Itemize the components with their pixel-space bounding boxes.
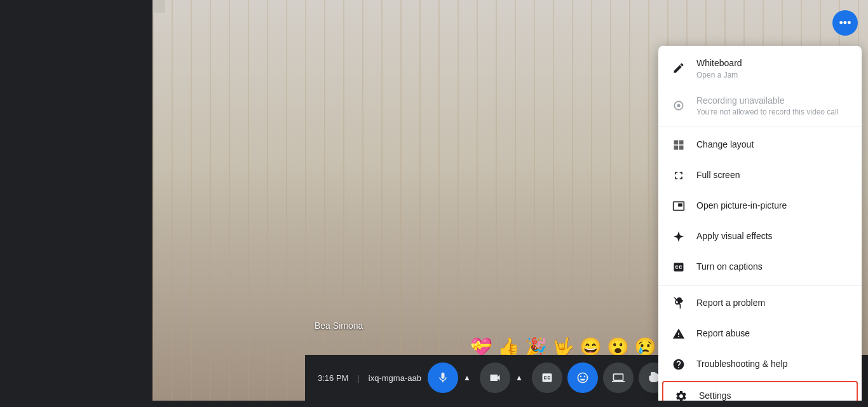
- menu-pip-label: Open picture-in-picture: [696, 200, 849, 212]
- camera-button[interactable]: [480, 362, 510, 393]
- cc-icon: [671, 259, 686, 275]
- edit-icon: [671, 60, 686, 76]
- fullscreen-icon: [671, 168, 686, 183]
- menu-visual-effects-label: Apply visual effects: [696, 230, 849, 243]
- menu-item-settings[interactable]: Settings: [662, 381, 858, 401]
- video-area: Bea Simona 💝 👍 🎉 🤟 😄 😮 😢 🤔 › ••• Whitebo…: [153, 0, 868, 401]
- menu-recording-label: Recording unavailable: [696, 95, 849, 107]
- layout-icon: [671, 137, 686, 153]
- menu-item-recording: Recording unavailable You're not allowed…: [658, 87, 862, 125]
- gear-icon: [674, 389, 689, 401]
- menu-captions-label: Turn on captions: [696, 261, 849, 273]
- camera-chevron[interactable]: ▲: [512, 370, 527, 385]
- captions-button[interactable]: [532, 362, 562, 393]
- svg-point-67: [677, 104, 681, 107]
- menu-divider-2: [658, 285, 862, 286]
- menu-item-report-problem[interactable]: Report a problem: [658, 288, 862, 319]
- pip-icon: [671, 198, 686, 214]
- emoji-button[interactable]: [567, 362, 598, 393]
- menu-item-visual-effects[interactable]: Apply visual effects: [658, 221, 862, 252]
- menu-item-pip[interactable]: Open picture-in-picture: [658, 191, 862, 221]
- meeting-code: ixq-mgma-aab: [369, 373, 421, 383]
- dots-icon: •••: [839, 17, 851, 30]
- mic-group: ▲: [428, 362, 475, 393]
- menu-settings-label: Settings: [699, 390, 846, 401]
- mic-chevron[interactable]: ▲: [459, 370, 475, 385]
- menu-troubleshooting-label: Troubleshooting & help: [696, 358, 849, 371]
- menu-item-whiteboard[interactable]: Whiteboard Open a Jam: [658, 50, 862, 87]
- radio-icon: [671, 98, 686, 113]
- more-options-button[interactable]: •••: [832, 10, 858, 36]
- sidebar: [0, 0, 153, 407]
- current-time: 3:16 PM: [318, 373, 348, 383]
- help-icon: [671, 357, 686, 372]
- menu-report-abuse-label: Report abuse: [696, 328, 849, 340]
- dropdown-menu: Whiteboard Open a Jam Recording unavaila…: [658, 46, 862, 401]
- present-button[interactable]: [603, 362, 634, 393]
- menu-item-captions[interactable]: Turn on captions: [658, 252, 862, 282]
- menu-item-change-layout[interactable]: Change layout: [658, 130, 862, 160]
- flag-icon: [671, 296, 686, 311]
- menu-item-troubleshooting[interactable]: Troubleshooting & help: [658, 349, 862, 380]
- menu-item-fullscreen[interactable]: Full screen: [658, 160, 862, 191]
- warning-icon: [671, 326, 686, 341]
- camera-group: ▲: [480, 362, 527, 393]
- controls-left: 3:16 PM | ixq-mgma-aab: [318, 373, 421, 383]
- menu-recording-sublabel: You're not allowed to record this video …: [696, 107, 849, 116]
- menu-divider-1: [658, 127, 862, 127]
- mic-button[interactable]: [428, 362, 458, 393]
- menu-fullscreen-label: Full screen: [696, 169, 849, 182]
- menu-report-problem-label: Report a problem: [696, 297, 849, 310]
- menu-whiteboard-sublabel: Open a Jam: [696, 71, 849, 79]
- menu-whiteboard-label: Whiteboard: [696, 57, 849, 70]
- menu-item-report-abuse[interactable]: Report abuse: [658, 319, 862, 349]
- participant-name: Bea Simona: [315, 321, 363, 331]
- menu-layout-label: Change layout: [696, 139, 849, 151]
- sparkle-icon: [671, 229, 686, 244]
- svg-rect-0: [153, 0, 165, 13]
